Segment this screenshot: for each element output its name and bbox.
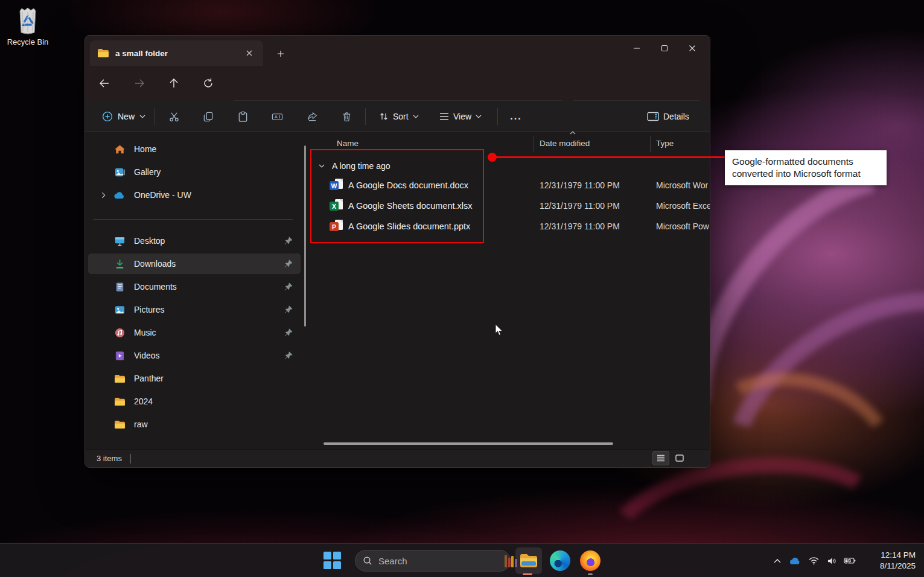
sidebar-item-home[interactable]: Home — [88, 139, 301, 159]
annotation-text-line2: converted into Microsoft format — [732, 168, 879, 180]
navigation-pane: Home Gallery — [85, 132, 311, 450]
column-header-type[interactable]: Type — [656, 139, 674, 148]
sidebar-item-videos[interactable]: Videos — [88, 345, 301, 366]
details-label: Details — [663, 112, 689, 121]
file-explorer-icon — [520, 553, 538, 568]
music-icon — [113, 327, 126, 339]
taskbar-edge-button[interactable] — [547, 547, 573, 574]
file-date-modified: 12/31/1979 11:00 PM — [540, 180, 620, 190]
details-view-toggle[interactable] — [652, 451, 669, 465]
start-button[interactable] — [323, 552, 342, 570]
sidebar-item-label: Home — [134, 144, 301, 154]
clock[interactable]: 12:14 PM 8/11/2025 — [862, 550, 916, 572]
battery-charging-icon[interactable] — [841, 544, 859, 577]
annotation-connector-line — [495, 156, 725, 158]
annotation-highlight-rectangle — [310, 149, 484, 243]
column-separator[interactable] — [534, 136, 534, 152]
system-tray: 12:14 PM 8/11/2025 — [768, 544, 924, 577]
taskbar-file-explorer-button[interactable] — [515, 547, 542, 574]
refresh-button[interactable] — [197, 72, 219, 94]
file-type: Microsoft Pow — [656, 222, 710, 231]
toolbar-separator — [365, 108, 366, 125]
forward-button[interactable] — [129, 72, 150, 94]
sidebar-item-label: Videos — [134, 351, 280, 360]
annotation-callout: Google-formatted documents converted int… — [725, 150, 887, 185]
up-button[interactable] — [163, 72, 185, 94]
status-divider — [130, 454, 131, 464]
file-date-modified: 12/31/1979 11:00 PM — [540, 222, 620, 231]
paste-button[interactable] — [232, 106, 253, 127]
recycle-bin-label: Recycle Bin — [5, 37, 51, 46]
share-button[interactable] — [301, 106, 323, 127]
svg-text:A: A — [274, 114, 278, 120]
sidebar-item-onedrive[interactable]: OneDrive - UW — [88, 185, 301, 205]
sidebar-item-2024[interactable]: 2024 — [88, 391, 301, 412]
wifi-icon[interactable] — [805, 544, 823, 577]
sidebar-item-music[interactable]: Music — [88, 322, 301, 343]
details-pane-icon — [647, 112, 659, 121]
pin-icon — [284, 236, 293, 246]
sidebar-item-label: Documents — [134, 282, 280, 292]
delete-icon — [341, 111, 352, 123]
view-icon — [439, 112, 449, 121]
rename-button[interactable]: A — [266, 106, 288, 127]
details-button[interactable]: Details — [642, 106, 695, 127]
back-button[interactable] — [94, 72, 115, 94]
horizontal-scrollbar[interactable] — [323, 442, 613, 445]
onedrive-tray-icon[interactable] — [786, 544, 805, 577]
rename-icon: A — [272, 111, 283, 123]
delete-button[interactable] — [336, 106, 357, 127]
tab-close-icon[interactable] — [243, 46, 256, 60]
column-separator[interactable] — [650, 136, 651, 152]
sort-ascending-icon — [570, 131, 576, 135]
view-button[interactable]: View — [434, 106, 487, 127]
ellipsis-icon: ... — [510, 111, 521, 122]
sidebar-item-raw[interactable]: raw — [88, 414, 301, 435]
folder-icon — [97, 48, 109, 58]
sidebar-item-gallery[interactable]: Gallery — [88, 162, 301, 182]
taskbar-search-input[interactable] — [378, 556, 499, 566]
sidebar-item-panther[interactable]: Panther — [88, 368, 301, 389]
new-label: New — [118, 112, 135, 121]
sort-label: Sort — [393, 112, 409, 121]
cut-button[interactable] — [163, 106, 185, 127]
sidebar-item-desktop[interactable]: Desktop — [88, 231, 301, 251]
toolbar-separator — [497, 108, 498, 125]
file-type: Microsoft Exce — [656, 201, 710, 211]
maximize-button[interactable] — [651, 36, 678, 61]
search-icon — [363, 556, 372, 566]
expand-chevron-icon[interactable] — [97, 192, 110, 199]
close-button[interactable] — [678, 36, 706, 61]
volume-icon[interactable] — [823, 544, 841, 577]
sidebar-item-pictures[interactable]: Pictures — [88, 299, 301, 320]
recycle-bin-shortcut[interactable]: Recycle Bin — [5, 5, 51, 46]
folder-icon — [113, 372, 126, 384]
column-header-name[interactable]: Name — [337, 139, 358, 148]
sidebar-item-label: Desktop — [134, 236, 280, 246]
tab-a-small-folder[interactable]: a small folder — [90, 40, 263, 66]
copy-button[interactable] — [197, 106, 219, 127]
sidebar-item-documents[interactable]: Documents — [88, 276, 301, 297]
sidebar-scrollbar[interactable] — [304, 145, 306, 327]
new-tab-button[interactable] — [272, 45, 289, 62]
sidebar-divider — [94, 219, 293, 220]
taskbar-firefox-button[interactable] — [577, 547, 604, 574]
view-toggles — [652, 451, 688, 465]
active-app-indicator — [523, 573, 532, 575]
sidebar-item-label: raw — [134, 419, 301, 429]
view-label: View — [453, 112, 471, 121]
sort-button[interactable]: Sort — [374, 106, 424, 127]
item-count: 3 items — [97, 454, 122, 463]
more-options-button[interactable]: ... — [505, 106, 527, 127]
new-button[interactable]: New — [96, 106, 151, 127]
tray-chevron-up-icon[interactable] — [768, 544, 786, 577]
edge-icon — [550, 550, 570, 571]
column-header-date-modified[interactable]: Date modified — [540, 139, 590, 148]
minimize-button[interactable] — [623, 36, 651, 61]
taskbar-search-box[interactable] — [355, 550, 511, 572]
command-bar: New — [85, 101, 710, 132]
sidebar-item-downloads[interactable]: Downloads — [88, 253, 301, 274]
thumbnail-view-toggle[interactable] — [671, 451, 688, 465]
window-controls — [623, 36, 706, 61]
status-bar: 3 items — [85, 449, 710, 467]
